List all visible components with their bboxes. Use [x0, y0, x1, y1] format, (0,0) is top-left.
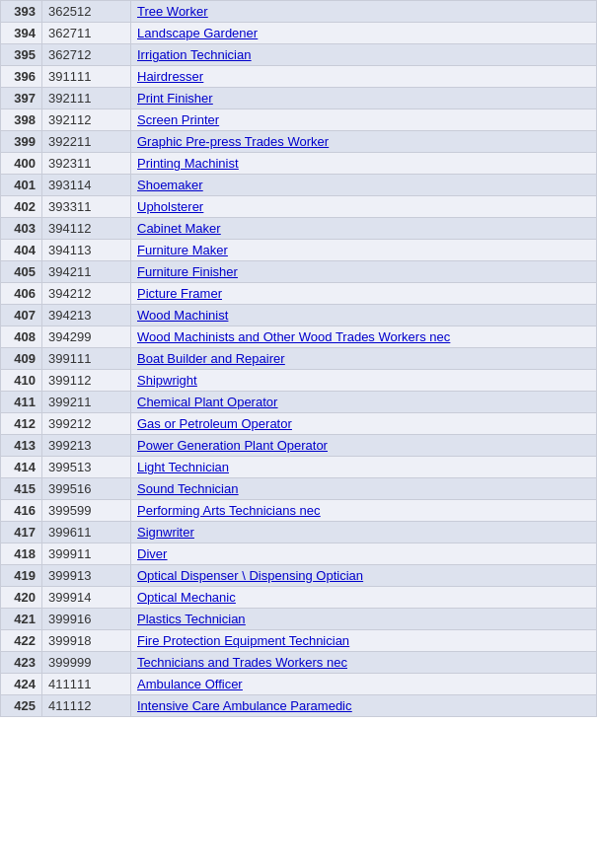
- row-number: 401: [1, 175, 42, 196]
- row-number: 422: [1, 630, 42, 652]
- occupation-code: 394212: [42, 283, 131, 305]
- occupation-code: 394112: [42, 218, 131, 240]
- row-number: 421: [1, 609, 42, 630]
- occupation-code: 394299: [42, 326, 131, 348]
- table-row: 397392111Print Finisher: [1, 88, 597, 109]
- occupation-title[interactable]: Performing Arts Technicians nec: [131, 500, 597, 522]
- row-number: 416: [1, 500, 42, 522]
- occupation-code: 399213: [42, 435, 131, 457]
- row-number: 394: [1, 23, 42, 44]
- occupation-code: 399513: [42, 457, 131, 478]
- occupation-title[interactable]: Furniture Maker: [131, 240, 597, 261]
- occupation-code: 399212: [42, 413, 131, 435]
- occupation-code: 392111: [42, 88, 131, 109]
- table-row: 409399111Boat Builder and Repairer: [1, 348, 597, 370]
- occupation-title[interactable]: Screen Printer: [131, 109, 597, 131]
- occupation-title[interactable]: Print Finisher: [131, 88, 597, 109]
- occupation-title[interactable]: Cabinet Maker: [131, 218, 597, 240]
- table-row: 425411112Intensive Care Ambulance Parame…: [1, 695, 597, 717]
- occupation-title[interactable]: Power Generation Plant Operator: [131, 435, 597, 457]
- occupation-title[interactable]: Boat Builder and Repairer: [131, 348, 597, 370]
- table-row: 395362712Irrigation Technician: [1, 44, 597, 66]
- row-number: 412: [1, 413, 42, 435]
- occupations-table: 393362512Tree Worker394362711Landscape G…: [0, 0, 597, 717]
- occupation-code: 392112: [42, 109, 131, 131]
- occupation-title[interactable]: Hairdresser: [131, 66, 597, 88]
- table-row: 410399112Shipwright: [1, 370, 597, 392]
- row-number: 409: [1, 348, 42, 370]
- occupation-code: 399112: [42, 370, 131, 392]
- occupation-code: 393114: [42, 175, 131, 196]
- occupation-title[interactable]: Intensive Care Ambulance Paramedic: [131, 695, 597, 717]
- row-number: 395: [1, 44, 42, 66]
- row-number: 400: [1, 153, 42, 175]
- occupation-title[interactable]: Upholsterer: [131, 196, 597, 218]
- occupation-title[interactable]: Shoemaker: [131, 175, 597, 196]
- table-row: 398392112Screen Printer: [1, 109, 597, 131]
- occupation-title[interactable]: Plastics Technician: [131, 609, 597, 630]
- row-number: 393: [1, 1, 42, 23]
- occupation-title[interactable]: Optical Mechanic: [131, 587, 597, 609]
- occupation-title[interactable]: Landscape Gardener: [131, 23, 597, 44]
- table-row: 422399918Fire Protection Equipment Techn…: [1, 630, 597, 652]
- occupation-code: 411111: [42, 674, 131, 695]
- table-row: 407394213Wood Machinist: [1, 305, 597, 326]
- row-number: 396: [1, 66, 42, 88]
- occupation-code: 393311: [42, 196, 131, 218]
- row-number: 414: [1, 457, 42, 478]
- table-row: 423399999Technicians and Trades Workers …: [1, 652, 597, 674]
- row-number: 415: [1, 478, 42, 500]
- occupation-code: 394211: [42, 261, 131, 283]
- occupation-code: 391111: [42, 66, 131, 88]
- occupation-title[interactable]: Chemical Plant Operator: [131, 392, 597, 413]
- occupation-title[interactable]: Tree Worker: [131, 1, 597, 23]
- occupation-title[interactable]: Signwriter: [131, 522, 597, 543]
- occupation-title[interactable]: Printing Machinist: [131, 153, 597, 175]
- occupation-title[interactable]: Optical Dispenser \ Dispensing Optician: [131, 565, 597, 587]
- occupation-title[interactable]: Technicians and Trades Workers nec: [131, 652, 597, 674]
- occupation-code: 399914: [42, 587, 131, 609]
- table-row: 401393114Shoemaker: [1, 175, 597, 196]
- table-row: 424411111Ambulance Officer: [1, 674, 597, 695]
- occupation-title[interactable]: Picture Framer: [131, 283, 597, 305]
- table-row: 414399513Light Technician: [1, 457, 597, 478]
- table-row: 411399211Chemical Plant Operator: [1, 392, 597, 413]
- table-row: 415399516Sound Technician: [1, 478, 597, 500]
- occupation-code: 399516: [42, 478, 131, 500]
- row-number: 403: [1, 218, 42, 240]
- row-number: 408: [1, 326, 42, 348]
- occupation-title[interactable]: Diver: [131, 543, 597, 565]
- occupation-code: 394213: [42, 305, 131, 326]
- row-number: 405: [1, 261, 42, 283]
- table-row: 403394112Cabinet Maker: [1, 218, 597, 240]
- occupation-title[interactable]: Graphic Pre-press Trades Worker: [131, 131, 597, 153]
- occupation-title[interactable]: Gas or Petroleum Operator: [131, 413, 597, 435]
- row-number: 406: [1, 283, 42, 305]
- occupation-title[interactable]: Wood Machinist: [131, 305, 597, 326]
- occupation-title[interactable]: Light Technician: [131, 457, 597, 478]
- occupation-code: 411112: [42, 695, 131, 717]
- table-row: 406394212Picture Framer: [1, 283, 597, 305]
- row-number: 397: [1, 88, 42, 109]
- row-number: 410: [1, 370, 42, 392]
- row-number: 398: [1, 109, 42, 131]
- occupation-title[interactable]: Furniture Finisher: [131, 261, 597, 283]
- occupation-code: 394113: [42, 240, 131, 261]
- occupation-title[interactable]: Wood Machinists and Other Wood Trades Wo…: [131, 326, 597, 348]
- table-row: 412399212Gas or Petroleum Operator: [1, 413, 597, 435]
- table-row: 399392211Graphic Pre-press Trades Worker: [1, 131, 597, 153]
- occupation-code: 399913: [42, 565, 131, 587]
- occupation-title[interactable]: Shipwright: [131, 370, 597, 392]
- table-row: 419399913Optical Dispenser \ Dispensing …: [1, 565, 597, 587]
- occupation-title[interactable]: Sound Technician: [131, 478, 597, 500]
- occupation-title[interactable]: Ambulance Officer: [131, 674, 597, 695]
- table-row: 405394211Furniture Finisher: [1, 261, 597, 283]
- occupation-title[interactable]: Irrigation Technician: [131, 44, 597, 66]
- row-number: 418: [1, 543, 42, 565]
- table-row: 413399213Power Generation Plant Operator: [1, 435, 597, 457]
- occupation-title[interactable]: Fire Protection Equipment Technician: [131, 630, 597, 652]
- row-number: 419: [1, 565, 42, 587]
- table-row: 396391111Hairdresser: [1, 66, 597, 88]
- row-number: 411: [1, 392, 42, 413]
- occupation-code: 399916: [42, 609, 131, 630]
